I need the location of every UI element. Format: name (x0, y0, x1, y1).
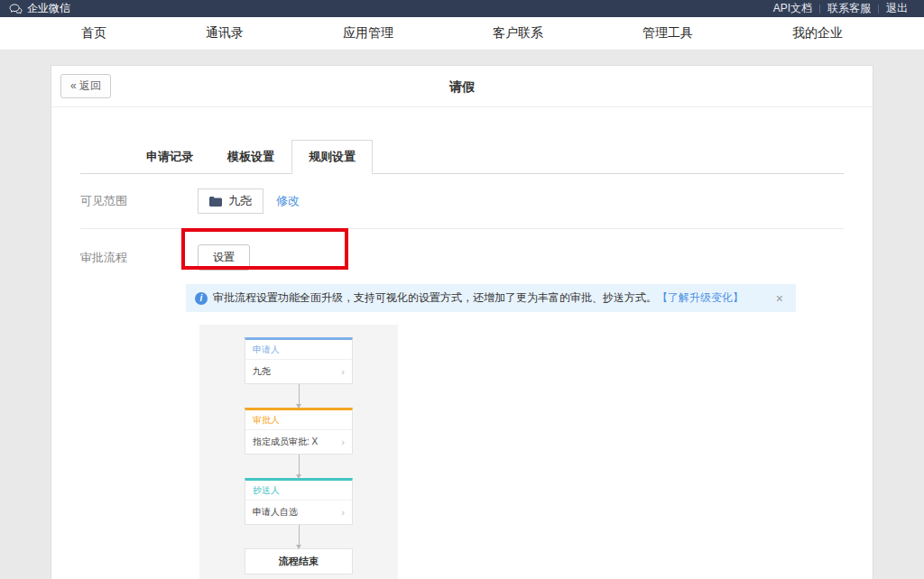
flow-end-node[interactable]: 流程结束 (245, 548, 353, 574)
nav-item-home[interactable]: 首页 (81, 25, 106, 41)
arrow-down-icon (296, 545, 301, 549)
brand-name: 企业微信 (27, 1, 70, 16)
upgrade-banner: i 审批流程设置功能全面升级，支持可视化的设置方式，还增加了更为丰富的审批、抄送… (186, 284, 796, 312)
chevron-right-icon: › (341, 508, 345, 518)
back-chevrons-icon: « (70, 79, 77, 92)
approval-flow-label: 审批流程 (80, 250, 198, 266)
arrow-down-icon (296, 474, 301, 479)
close-icon[interactable]: × (772, 291, 787, 306)
node-title: 抄送人 (245, 481, 352, 501)
node-title: 申请人 (245, 340, 352, 360)
banner-text: 审批流程设置功能全面升级，支持可视化的设置方式，还增加了更为丰富的审批、抄送方式… (213, 290, 657, 306)
main-nav: 首页 通讯录 应用管理 客户联系 管理工具 我的企业 (0, 17, 924, 51)
node-content: 申请人自选 (253, 506, 298, 519)
topbar-link-api-docs[interactable]: API文档 (766, 1, 819, 16)
card-body: 申请记录 模板设置 规则设置 可见范围 九尧 修改 审批流程 设置 (51, 140, 873, 579)
main-area: « 返回 请假 申请记录 模板设置 规则设置 可见范围 九尧 修改 (0, 51, 924, 579)
folder-icon (209, 197, 222, 207)
nav-item-app-management[interactable]: 应用管理 (343, 25, 393, 41)
tab-rule-settings[interactable]: 规则设置 (291, 140, 373, 174)
visible-range-row: 可见范围 九尧 修改 (80, 174, 844, 229)
wecom-logo-icon (9, 4, 23, 14)
arrow-down-icon (296, 404, 301, 409)
topbar-link-support[interactable]: 联系客服 (820, 1, 878, 16)
info-icon: i (195, 292, 208, 305)
node-content: 指定成员审批: X (253, 436, 318, 448)
flow-connector (299, 525, 300, 548)
approval-flow-row: 审批流程 设置 (80, 229, 844, 271)
back-label: 返回 (79, 79, 101, 92)
flow-node-approver[interactable]: 审批人 指定成员审批: X › (245, 408, 353, 455)
node-content: 九尧 (253, 365, 271, 378)
settings-button[interactable]: 设置 (198, 244, 250, 271)
topbar: 企业微信 API文档 联系客服 退出 (0, 0, 924, 17)
upgrade-changes-link[interactable]: 【了解升级变化】 (657, 290, 744, 306)
visible-range-name: 九尧 (228, 193, 252, 209)
nav-item-contacts[interactable]: 通讯录 (206, 25, 244, 41)
flow-connector (299, 455, 300, 478)
chevron-right-icon: › (341, 437, 345, 447)
chevron-right-icon: › (341, 367, 345, 377)
approval-flow-diagram: 申请人 九尧 › 审批人 指定成员审批: X › 抄送人 (199, 325, 398, 579)
node-title: 审批人 (245, 410, 352, 430)
modify-link[interactable]: 修改 (276, 193, 300, 209)
tabs: 申请记录 模板设置 规则设置 (80, 140, 844, 174)
visible-range-value-box[interactable]: 九尧 (198, 188, 263, 214)
nav-item-management-tools[interactable]: 管理工具 (642, 25, 693, 41)
visible-range-label: 可见范围 (80, 193, 198, 209)
nav-item-my-enterprise[interactable]: 我的企业 (792, 25, 843, 41)
flow-connector (299, 384, 300, 408)
page-title: 请假 (51, 66, 873, 107)
tab-application-records[interactable]: 申请记录 (129, 140, 210, 174)
topbar-link-logout[interactable]: 退出 (879, 1, 915, 16)
card-header: « 返回 请假 (51, 66, 873, 107)
nav-item-customer-contact[interactable]: 客户联系 (493, 25, 543, 41)
tab-template-settings[interactable]: 模板设置 (210, 140, 291, 174)
flow-node-cc[interactable]: 抄送人 申请人自选 › (245, 478, 353, 525)
leave-app-card: « 返回 请假 申请记录 模板设置 规则设置 可见范围 九尧 修改 (51, 65, 873, 579)
back-button[interactable]: « 返回 (60, 74, 111, 98)
flow-node-applicant[interactable]: 申请人 九尧 › (245, 337, 353, 384)
